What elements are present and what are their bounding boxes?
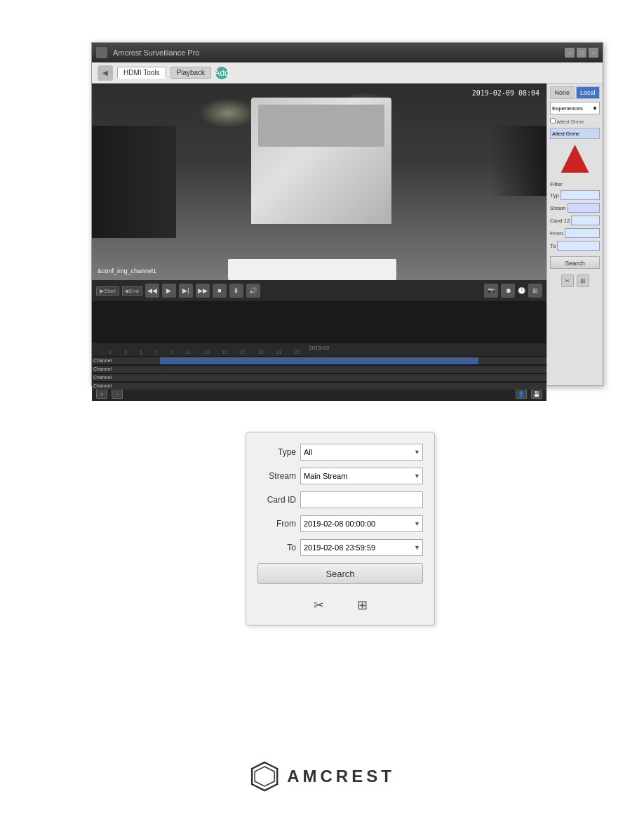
timeline-area: 2019-02 1 3 5 7 9 11 13 15 17 19 21	[92, 343, 546, 385]
zoom-btn[interactable]: ⊞	[528, 284, 542, 298]
timeline-person-icon[interactable]: 👤	[516, 389, 527, 399]
brand-name: AMCREST	[287, 767, 395, 786]
timeline-track-1: Channel	[92, 357, 546, 364]
amcrest-hex-icon	[249, 761, 280, 792]
timeline-zoom-in[interactable]: +	[96, 389, 107, 399]
app-icon	[96, 47, 107, 58]
sidebar-item-selected[interactable]: Attest Grime	[550, 128, 600, 139]
close-btn[interactable]: ×	[589, 48, 598, 58]
sidebar-tab-local[interactable]: Local	[576, 86, 601, 99]
scissors-icon-btn[interactable]: ✂	[307, 594, 330, 616]
stream-select-wrapper: Main Stream Sub Stream ▼	[300, 468, 423, 484]
stream-row: Stream Main Stream Sub Stream ▼	[257, 468, 423, 484]
sidebar-to-row: To	[550, 241, 600, 251]
type-row: Type All Regular Alarm Motion ▼	[257, 444, 423, 461]
sidebar-tab-none[interactable]: None	[550, 86, 575, 99]
sidebar-filter-label: Filter	[550, 181, 600, 187]
fast-btn[interactable]: ▶▶	[196, 284, 210, 298]
screenshot-area: Amcrest Surveillance Pro ─ □ × ◀ HDMI To…	[91, 42, 603, 386]
sidebar-type-row: Typ	[550, 190, 600, 200]
sidebar-type-input[interactable]	[561, 190, 600, 200]
track-label-1: Channel	[93, 358, 112, 363]
stream-label: Stream	[257, 471, 296, 481]
timeline-tracks: Channel Channel Channel Channel	[92, 357, 546, 387]
add-btn[interactable]: Add	[215, 67, 228, 79]
to-date-input[interactable]	[300, 539, 423, 556]
sidebar-icon-1[interactable]: ✂	[561, 274, 574, 287]
vol-btn[interactable]: 🔊	[246, 284, 260, 298]
video-left-objects	[92, 126, 176, 238]
from-row: From ▼	[257, 515, 423, 532]
pause-btn[interactable]: ⏸	[229, 284, 243, 298]
stream-select[interactable]: Main Stream Sub Stream	[300, 468, 423, 484]
search-form: Type All Regular Alarm Motion ▼ Stream M…	[246, 432, 435, 626]
svg-marker-1	[255, 767, 274, 786]
from-date-wrapper: ▼	[300, 515, 423, 532]
type-select-wrapper: All Regular Alarm Motion ▼	[300, 444, 423, 461]
tab-playback[interactable]: Playback	[170, 67, 212, 79]
title-bar: Amcrest Surveillance Pro ─ □ ×	[92, 43, 603, 62]
track-label-2: Channel	[93, 366, 112, 371]
card-id-label: Card ID	[257, 495, 296, 505]
sidebar-to-input[interactable]	[557, 241, 600, 251]
step-fwd-btn[interactable]: ▶|	[179, 284, 193, 298]
to-row: To ▼	[257, 539, 423, 556]
timeline-date: 2019-02	[309, 345, 329, 351]
timeline-zoom-out[interactable]: −	[112, 389, 123, 399]
sidebar-checkbox-row: Attest Grime	[550, 117, 600, 125]
sidebar-card-input[interactable]	[571, 216, 600, 225]
video-timestamp: 2019-02-09 08:04	[472, 89, 539, 97]
timeline-save-icon[interactable]: 💾	[531, 389, 542, 399]
type-label: Type	[257, 447, 296, 457]
tab-hdmi[interactable]: HDMI Tools	[117, 67, 166, 79]
sidebar-icon-row: ✂ ⊞	[550, 274, 600, 287]
back-icon[interactable]: ◀	[98, 65, 113, 81]
sidebar-from-row: From	[550, 228, 600, 238]
maximize-btn[interactable]: □	[577, 48, 586, 58]
timeline-track-2: Channel	[92, 366, 546, 373]
video-section: 2019-02-09 08:04 &conf_img_channel1 ▶Sta…	[92, 84, 546, 385]
window-controls: ─ □ ×	[565, 48, 598, 58]
from-date-input[interactable]	[300, 515, 423, 532]
to-label: To	[257, 543, 296, 552]
track-label-4: Channel	[93, 383, 112, 388]
sidebar-arrow-up-icon	[561, 145, 589, 173]
card-id-input[interactable]	[300, 491, 423, 508]
to-date-wrapper: ▼	[300, 539, 423, 556]
sidebar-mainstream-row: Stream	[550, 203, 600, 213]
minimize-btn[interactable]: ─	[565, 48, 575, 58]
playback-bar: ▶Start ■End ◀◀ ▶ ▶| ▶▶ ■ ⏸ 🔊 📷 ⏺ 🕐 ⊞	[92, 280, 546, 301]
video-right-objects	[490, 126, 546, 196]
track-label-3: Channel	[93, 375, 112, 380]
timeline-ruler: 2019-02 1 3 5 7 9 11 13 15 17 19 21	[92, 343, 546, 356]
sidebar-from-input[interactable]	[565, 228, 600, 238]
record-btn[interactable]: ⏺	[501, 284, 515, 298]
search-button[interactable]: Search	[257, 563, 423, 584]
clock-icon: 🕐	[518, 287, 525, 294]
timeline-track-3: Channel	[92, 374, 546, 381]
sidebar-tabs: None Local	[550, 86, 600, 99]
video-machine	[251, 98, 391, 224]
type-select[interactable]: All Regular Alarm Motion	[300, 444, 423, 461]
amcrest-logo: AMCREST	[249, 761, 395, 792]
sidebar-card-row: Card 12	[550, 216, 600, 225]
video-area: 2019-02-09 08:04 &conf_img_channel1 ▶Sta…	[92, 84, 546, 343]
sidebar-panel: None Local Experiences ▼ Attest Grime At…	[546, 84, 603, 385]
form-icon-row: ✂ ⊞	[257, 591, 423, 616]
sidebar-stream-input[interactable]	[568, 203, 600, 213]
screenshot-btn[interactable]: 📷	[484, 284, 498, 298]
sidebar-checkbox[interactable]	[550, 118, 556, 124]
app-title: Amcrest Surveillance Pro	[113, 48, 559, 57]
sidebar-search-btn[interactable]: Search	[550, 256, 600, 269]
stop-btn[interactable]: ■	[213, 284, 227, 298]
search-form-panel: Type All Regular Alarm Motion ▼ Stream M…	[246, 432, 435, 626]
main-content: 2019-02-09 08:04 &conf_img_channel1 ▶Sta…	[92, 84, 603, 385]
sidebar-icon-2[interactable]: ⊞	[577, 274, 589, 287]
timeline-track-4: Channel	[92, 383, 546, 390]
sidebar-experiences-dropdown[interactable]: Experiences ▼	[550, 102, 600, 114]
table-icon-btn[interactable]: ⊞	[351, 594, 373, 616]
slow-btn[interactable]: ◀◀	[145, 284, 159, 298]
play-btn[interactable]: ▶	[162, 284, 176, 298]
from-label: From	[257, 519, 296, 529]
video-paper-tray	[228, 259, 396, 280]
